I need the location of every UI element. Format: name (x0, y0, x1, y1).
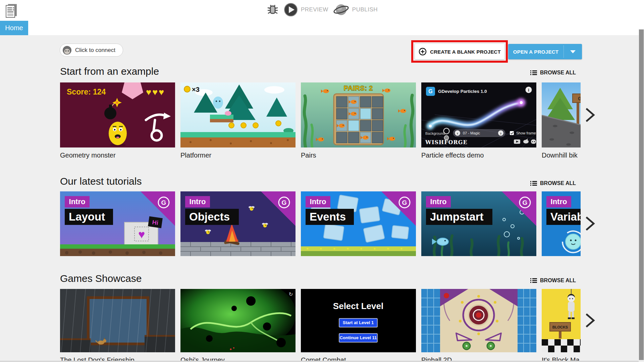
card-pinball-2d[interactable]: Pinball 2D (421, 289, 536, 362)
preview-button[interactable]: PREVIEW (284, 3, 328, 17)
card-title: Geometry monster (60, 152, 175, 159)
score-text: Score: 124 (67, 87, 106, 96)
section-title-examples: Start from an example (60, 66, 159, 77)
chevron-right-icon (584, 313, 596, 328)
card-geometry-monster[interactable]: Score: 124 ♥♥♥ (60, 82, 175, 163)
play-icon (284, 3, 298, 17)
tutorial-title-text: Objects (189, 210, 230, 223)
info-icon: i (528, 87, 529, 93)
tab-home[interactable]: Home (0, 21, 28, 35)
gdevelop-corner-logo: G (282, 199, 287, 206)
restart-icon: ↻ (289, 291, 293, 297)
card-tutorial-objects[interactable]: G Intro Objects (180, 191, 296, 256)
section-title-showcase: Games Showcase (60, 273, 142, 284)
pairs-art: PAIRS: 2 (301, 82, 416, 147)
particle-demo-art: G GDevelop Particles 1.0 i Background ‹ … (421, 82, 536, 147)
coin-count-text: ×3 (192, 86, 200, 93)
browse-all-showcase[interactable]: BROWSE ALL (530, 278, 576, 284)
card-tutorial-layout[interactable]: ♥ Hi G Intro (60, 191, 175, 256)
open-project-button[interactable]: OPEN A PROJECT (508, 44, 582, 59)
preset-name-text: 07 - Magic (463, 131, 480, 135)
toolbar-center: PREVIEW PUBLISH (0, 2, 644, 17)
lives-hearts-icon: ♥♥♥ (146, 87, 165, 97)
blocks-sign-text: BLOCKS (552, 325, 568, 329)
debug-button[interactable] (266, 3, 279, 16)
tutorial-events-art: G Intro Events (301, 191, 416, 256)
card-its-block-mania[interactable]: BLOCKS It's Block Ma (542, 289, 581, 362)
svg-text:♥: ♥ (138, 228, 145, 241)
bug-icon (266, 3, 279, 16)
card-particle-effects-demo[interactable]: G GDevelop Particles 1.0 i Background ‹ … (421, 82, 536, 163)
blocks-art: BLOCKS (542, 289, 581, 352)
scrollbar-thumb[interactable] (639, 29, 644, 360)
gdevelop-corner-logo: G (161, 199, 166, 206)
open-project-dropdown[interactable] (564, 44, 582, 59)
vertical-scrollbar[interactable] (639, 29, 644, 362)
connect-button[interactable]: Click to connect (60, 44, 123, 57)
particles-title-text: GDevelop Particles 1.0 (438, 89, 487, 94)
hi-sprite-text: Hi (152, 219, 159, 226)
publish-label: PUBLISH (352, 6, 378, 13)
start-level-button: Start at Level 1 (343, 320, 374, 325)
list-icon (530, 278, 537, 283)
gdevelop-corner-logo: G (402, 199, 407, 206)
chevron-down-icon (570, 50, 576, 53)
card-title: Platformer (180, 152, 296, 159)
list-icon (530, 70, 537, 75)
downhill-art: G (542, 82, 581, 147)
geometry-monster-art: Score: 124 ♥♥♥ (60, 82, 175, 147)
preset-prev-icon: ‹ (457, 131, 458, 136)
card-title: Particle effects demo (421, 152, 536, 159)
browse-all-examples[interactable]: BROWSE ALL (530, 70, 576, 76)
comet-combat-art: Select Level Start at Level 1 Continue L… (301, 289, 416, 352)
chevron-right-icon (584, 216, 596, 231)
card-pairs[interactable]: PAIRS: 2 Pairs (301, 82, 416, 163)
tutorial-variables-art: +1 G Intro Variab (542, 191, 581, 256)
tutorial-jumpstart-art: G Intro Jumpstart (421, 191, 536, 256)
card-lost-dog[interactable]: The Lost Dog's Frienship (60, 289, 175, 362)
wishforge-brand-text: WISHFORGE (425, 139, 468, 145)
platformer-art: ×3 (180, 82, 296, 147)
tutorial-title-text: Variab (550, 210, 581, 223)
select-level-title: Select Level (333, 301, 383, 311)
tutorial-badge-text: Intro (190, 197, 206, 206)
create-blank-project-button[interactable]: CREATE A BLANK PROJECT (415, 44, 504, 59)
continue-level-button: Continue Level 11 (340, 335, 377, 340)
lost-dog-art (60, 289, 175, 352)
card-title: Pairs (301, 152, 416, 159)
pairs-score-text: PAIRS: 2 (343, 84, 373, 92)
publish-button[interactable]: PUBLISH (333, 3, 378, 17)
plus-circle-icon (419, 48, 427, 56)
connect-label: Click to connect (75, 47, 115, 54)
tutorial-title-text: Events (310, 210, 346, 223)
card-tutorial-jumpstart[interactable]: G Intro Jumpstart (421, 191, 536, 256)
preset-next-icon: › (500, 131, 501, 136)
card-platformer[interactable]: ×3 Platformer (180, 82, 296, 163)
tutorial-objects-art: G Intro Objects (180, 191, 296, 256)
oshi-art: ↻ (180, 289, 296, 352)
card-title: Downhill bik (542, 152, 581, 159)
list-icon (530, 181, 537, 186)
showcase-carousel: The Lost Dog's Frienship (60, 289, 581, 362)
carousel-next-tutorials[interactable] (584, 216, 596, 231)
carousel-next-examples[interactable] (584, 107, 596, 123)
pinball-art (421, 289, 536, 352)
card-oshis-journey[interactable]: ↻ Oshi's Journey (180, 289, 296, 362)
avatar-icon (62, 46, 72, 55)
browse-all-tutorials[interactable]: BROWSE ALL (530, 180, 576, 186)
carousel-next-showcase[interactable] (584, 313, 596, 328)
card-tutorial-variables[interactable]: +1 G Intro Variab (542, 191, 581, 256)
card-downhill-bike[interactable]: G Downhill bik (542, 82, 581, 163)
show-frame-label: Show frame (516, 131, 536, 135)
planet-icon (333, 3, 349, 17)
sign-letter-text: G (578, 96, 581, 101)
create-blank-label: CREATE A BLANK PROJECT (430, 49, 501, 55)
header: PREVIEW PUBLISH Home (0, 0, 644, 35)
tutorial-title-text: Layout (69, 210, 105, 223)
tutorial-badge-text: Intro (310, 197, 326, 206)
examples-carousel: Score: 124 ♥♥♥ (60, 82, 581, 163)
open-project-label: OPEN A PROJECT (508, 44, 564, 59)
card-comet-combat[interactable]: Select Level Start at Level 1 Continue L… (301, 289, 416, 362)
tutorial-badge-text: Intro (69, 197, 86, 206)
card-tutorial-events[interactable]: G Intro Events (301, 191, 416, 256)
